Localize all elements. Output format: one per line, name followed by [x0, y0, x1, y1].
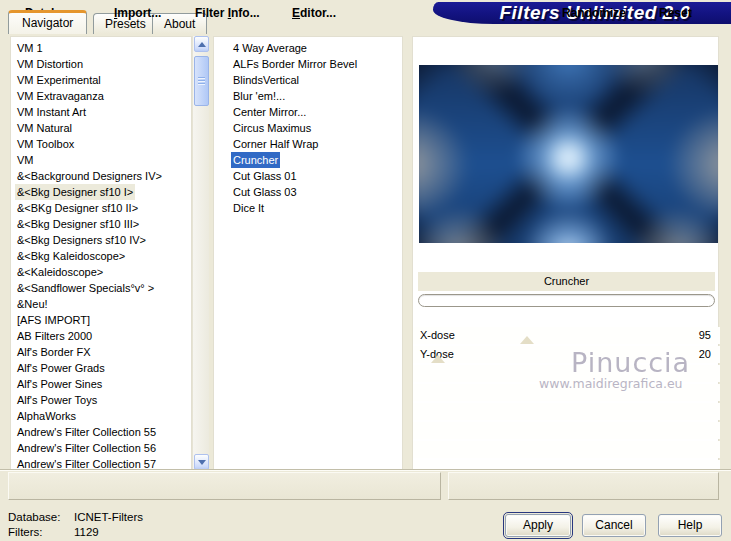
category-list-item[interactable]: Andrew's Filter Collection 56	[11, 440, 191, 456]
category-list-item-label: &<BKg Designer sf10 II>	[15, 200, 140, 216]
arrow-up-icon	[198, 42, 206, 47]
category-list-item[interactable]: &<Sandflower Specials°v° >	[11, 280, 191, 296]
scrollbar-thumb[interactable]	[194, 56, 209, 106]
filter-info-button[interactable]: Filter Info...	[195, 6, 260, 20]
editor-button[interactable]: Editor...	[292, 6, 336, 20]
category-list-item[interactable]: &<Bkg Kaleidoscope>	[11, 248, 191, 264]
filter-list-item-label: Cut Glass 03	[231, 184, 299, 200]
slider-thumb[interactable]	[520, 336, 534, 344]
filter-list-item[interactable]: Dice It	[214, 200, 402, 216]
category-list-item[interactable]: VM Extravaganza	[11, 88, 191, 104]
category-list-item[interactable]: &<Background Designers IV>	[11, 168, 191, 184]
category-list-item-label: &<Sandflower Specials°v° >	[15, 280, 156, 296]
category-list-item-label: AlphaWorks	[15, 408, 78, 424]
category-list-item[interactable]: VM Toolbox	[11, 136, 191, 152]
toolbar-left	[8, 472, 441, 500]
category-list-item[interactable]: &<BKg Designer sf10 II>	[11, 200, 191, 216]
category-list-item-label: &<Bkg Designer sf10 I>	[15, 184, 135, 200]
category-list-item[interactable]: VM 1	[11, 40, 191, 56]
category-list-item[interactable]: VM Distortion	[11, 56, 191, 72]
slider-row[interactable]	[413, 441, 720, 458]
category-list-item-label: &<Bkg Designers sf10 IV>	[15, 232, 148, 248]
filter-list-item-label: Center Mirror...	[231, 104, 308, 120]
filter-list-item[interactable]: Blur 'em!...	[214, 88, 402, 104]
category-list-item-label: [AFS IMPORT]	[15, 312, 92, 328]
tab-navigator-label: Navigator	[22, 16, 73, 30]
category-list-item-label: Andrew's Filter Collection 57	[15, 456, 158, 470]
selected-filter-caption: Cruncher	[418, 272, 715, 291]
slider-row[interactable]: X-dose 95	[413, 327, 720, 344]
watermark-url: www.maidiregrafica.eu	[539, 376, 683, 391]
slider-row[interactable]	[413, 403, 720, 420]
filter-list: 4 Way Average ALFs Border Mirror Bevel B…	[213, 36, 403, 470]
database-status-label: Database:	[8, 510, 74, 525]
category-list-item-label: VM 1	[15, 40, 45, 56]
category-list-item-label: &<Kaleidoscope>	[15, 264, 105, 280]
category-list-item[interactable]: &<Bkg Designer sf10 I>	[11, 184, 191, 200]
category-list-item[interactable]: Alf's Border FX	[11, 344, 191, 360]
category-list-item-label: VM Distortion	[15, 56, 85, 72]
filter-list-item-label: Cut Glass 01	[231, 168, 299, 184]
category-list-item-label: VM Natural	[15, 120, 74, 136]
category-list-item[interactable]: &<Bkg Designer sf10 III>	[11, 216, 191, 232]
category-list-item[interactable]: Alf's Power Sines	[11, 376, 191, 392]
filter-list-item[interactable]: 4 Way Average	[214, 40, 402, 56]
tab-navigator[interactable]: Navigator	[8, 10, 87, 34]
filter-list-item-label: 4 Way Average	[231, 40, 309, 56]
category-list-item[interactable]: VM Natural	[11, 120, 191, 136]
slider-value: 20	[699, 348, 711, 360]
category-list-item[interactable]: Alf's Power Toys	[11, 392, 191, 408]
category-list-item[interactable]: Andrew's Filter Collection 55	[11, 424, 191, 440]
category-list-item[interactable]: Andrew's Filter Collection 57	[11, 456, 191, 470]
filter-list-item[interactable]: BlindsVertical	[214, 72, 402, 88]
slider-row[interactable]	[413, 422, 720, 439]
scroll-down-button[interactable]	[194, 454, 209, 470]
category-list-item-label: Alf's Power Toys	[15, 392, 99, 408]
reset-button[interactable]: Reset	[659, 6, 692, 20]
filters-count-label: Filters:	[8, 525, 74, 540]
category-list-item[interactable]: &<Kaleidoscope>	[11, 264, 191, 280]
category-list-item[interactable]: &<Bkg Designers sf10 IV>	[11, 232, 191, 248]
filter-list-item[interactable]: Cruncher	[214, 152, 402, 168]
category-list-item[interactable]: &Neu!	[11, 296, 191, 312]
category-list-item-label: VM Extravaganza	[15, 88, 106, 104]
category-list-item[interactable]: VM	[11, 152, 191, 168]
category-list-item[interactable]: VM Instant Art	[11, 104, 191, 120]
category-list-item-label: &<Bkg Kaleidoscope>	[15, 248, 127, 264]
filter-list-item-label: BlindsVertical	[231, 72, 301, 88]
preview-render	[419, 65, 718, 243]
filter-list-item-label: Circus Maximus	[231, 120, 313, 136]
slider-thumb[interactable]	[431, 355, 445, 363]
category-list-item[interactable]: [AFS IMPORT]	[11, 312, 191, 328]
cancel-button[interactable]: Cancel	[582, 514, 646, 537]
category-list-item-label: &Neu!	[15, 296, 50, 312]
category-list-item-label: &<Background Designers IV>	[15, 168, 164, 184]
category-list-item-label: VM	[15, 152, 36, 168]
slider-label: X-dose	[420, 329, 455, 341]
randomize-button[interactable]: Randomize	[562, 6, 626, 20]
category-list-item-label: VM Toolbox	[15, 136, 76, 152]
category-list-item-label: AB Filters 2000	[15, 328, 94, 344]
scroll-up-button[interactable]	[194, 36, 209, 52]
category-list-item-label: &<Bkg Designer sf10 III>	[15, 216, 141, 232]
filter-list-item[interactable]: Center Mirror...	[214, 104, 402, 120]
filter-list-item[interactable]: Cut Glass 01	[214, 168, 402, 184]
filter-list-item[interactable]: Corner Half Wrap	[214, 136, 402, 152]
category-list-item-label: VM Experimental	[15, 72, 103, 88]
apply-button[interactable]: Apply	[505, 514, 571, 537]
progress-bar	[418, 294, 715, 307]
category-list-scrollbar[interactable]	[192, 36, 209, 470]
help-button[interactable]: Help	[658, 514, 722, 537]
filter-list-item[interactable]: Circus Maximus	[214, 120, 402, 136]
category-list-item[interactable]: AlphaWorks	[11, 408, 191, 424]
category-list-item[interactable]: AB Filters 2000	[11, 328, 191, 344]
import-button[interactable]: Import...	[114, 6, 161, 20]
category-list-item[interactable]: Alf's Power Grads	[11, 360, 191, 376]
category-list-item-label: Andrew's Filter Collection 56	[15, 440, 158, 456]
filter-list-item[interactable]: ALFs Border Mirror Bevel	[214, 56, 402, 72]
category-list-item[interactable]: VM Experimental	[11, 72, 191, 88]
category-list-item-label: Alf's Power Grads	[15, 360, 107, 376]
filter-list-item[interactable]: Cut Glass 03	[214, 184, 402, 200]
category-list-item-label: Andrew's Filter Collection 55	[15, 424, 158, 440]
status-area: Database: ICNET-Filters Filters: 1129	[8, 510, 143, 540]
